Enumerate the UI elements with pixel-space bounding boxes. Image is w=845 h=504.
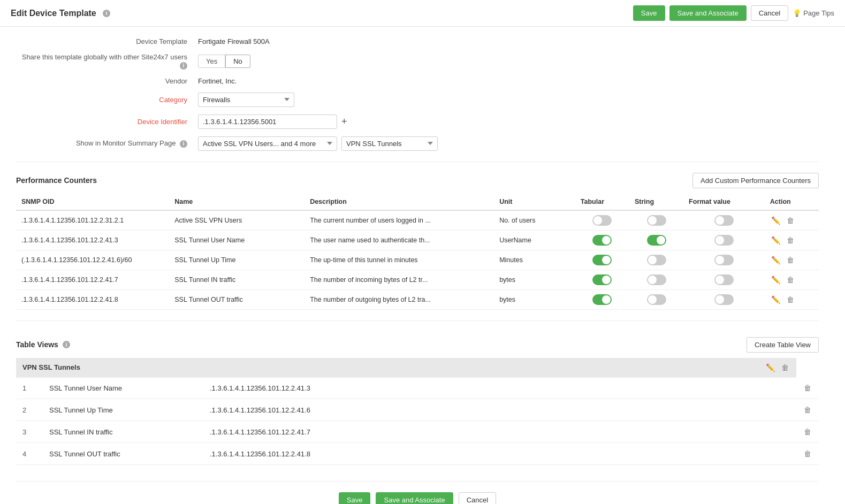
tabular-toggle-3[interactable] bbox=[592, 274, 612, 285]
perf-format-value bbox=[683, 210, 765, 231]
string-toggle-3[interactable] bbox=[647, 274, 666, 285]
string-toggle-0[interactable] bbox=[647, 215, 666, 226]
perf-name: SSL Tunnel IN traffic bbox=[169, 270, 304, 289]
format-toggle-4[interactable] bbox=[714, 294, 734, 305]
identifier-row: + bbox=[198, 114, 347, 129]
string-toggle-1[interactable] bbox=[647, 235, 666, 246]
perf-string bbox=[629, 250, 683, 270]
row-oid: .1.3.6.1.4.1.12356.101.12.2.41.3 bbox=[203, 377, 796, 399]
tabular-toggle-1[interactable] bbox=[592, 235, 612, 246]
table-views-group-header: VPN SSL Tunnels ✏️ 🗑 bbox=[16, 358, 819, 378]
format-toggle-3[interactable] bbox=[714, 274, 734, 285]
group-name: VPN SSL Tunnels bbox=[22, 363, 80, 371]
perf-name: SSL Tunnel OUT traffic bbox=[169, 289, 304, 309]
edit-icon[interactable]: ✏️ bbox=[770, 255, 781, 265]
lightbulb-icon: 💡 bbox=[793, 9, 801, 17]
bottom-cancel-button[interactable]: Cancel bbox=[459, 492, 496, 504]
delete-row-icon[interactable]: 🗑 bbox=[803, 426, 812, 437]
perf-title-group: Performance Counters bbox=[16, 176, 97, 185]
monitor-dropdowns: Active SSL VPN Users... and 4 more VPN S… bbox=[198, 136, 438, 151]
action-icons-1: ✏️ 🗑 bbox=[770, 235, 813, 246]
edit-icon[interactable]: ✏️ bbox=[770, 294, 781, 305]
perf-format-value bbox=[683, 289, 765, 309]
performance-counters-title: Performance Counters bbox=[16, 176, 97, 185]
share-yes-button[interactable]: Yes bbox=[198, 55, 225, 68]
add-custom-performance-counters-button[interactable]: Add Custom Performance Counters bbox=[692, 173, 819, 188]
delete-icon[interactable]: 🗑 bbox=[786, 255, 795, 265]
format-toggle-1[interactable] bbox=[714, 235, 734, 246]
cancel-button[interactable]: Cancel bbox=[751, 5, 788, 21]
row-name: SSL Tunnel IN traffic bbox=[43, 421, 203, 443]
perf-name: SSL Tunnel Up Time bbox=[169, 250, 304, 270]
perf-tabular bbox=[575, 210, 629, 231]
vendor-label: Vendor bbox=[16, 77, 198, 85]
monitor-summary-row: Show in Monitor Summary Page i Active SS… bbox=[16, 136, 819, 151]
share-info-icon[interactable]: i bbox=[180, 62, 187, 70]
share-no-button[interactable]: No bbox=[225, 55, 250, 68]
perf-snmp-oid: .1.3.6.1.4.1.12356.101.12.2.31.2.1 bbox=[16, 210, 169, 231]
vpn-header-row: VPN SSL Tunnels ✏️ 🗑 bbox=[22, 362, 790, 373]
col-header-string: String bbox=[629, 194, 683, 210]
category-select[interactable]: Firewalls bbox=[198, 93, 294, 107]
tabular-toggle-4[interactable] bbox=[592, 294, 612, 305]
table-row: (.1.3.6.1.4.1.12356.101.12.2.41.6)/60 SS… bbox=[16, 250, 819, 270]
string-toggle-2[interactable] bbox=[647, 255, 666, 265]
save-and-associate-button[interactable]: Save and Associate bbox=[669, 5, 747, 21]
monitor-summary-select1[interactable]: Active SSL VPN Users... and 4 more bbox=[198, 136, 337, 151]
tabular-toggle-0[interactable] bbox=[592, 215, 612, 226]
category-label: Category bbox=[16, 96, 198, 104]
table-views-info-icon[interactable]: i bbox=[63, 341, 70, 348]
row-action: 🗑 bbox=[796, 399, 819, 421]
delete-row-icon[interactable]: 🗑 bbox=[803, 383, 812, 393]
format-toggle-2[interactable] bbox=[714, 255, 734, 265]
edit-icon[interactable]: ✏️ bbox=[770, 235, 781, 246]
title-info-icon[interactable]: i bbox=[103, 10, 110, 17]
perf-unit: No. of users bbox=[494, 210, 575, 231]
add-identifier-icon[interactable]: + bbox=[341, 116, 347, 127]
delete-row-icon[interactable]: 🗑 bbox=[803, 404, 812, 415]
table-views-header: Table Views i Create Table View bbox=[16, 337, 819, 353]
delete-icon[interactable]: 🗑 bbox=[786, 235, 795, 246]
edit-icon[interactable]: ✏️ bbox=[770, 215, 781, 226]
delete-row-icon[interactable]: 🗑 bbox=[803, 448, 812, 459]
divider1 bbox=[16, 162, 819, 162]
bottom-bar: Save Save and Associate Cancel bbox=[16, 481, 819, 504]
col-header-action: Action bbox=[765, 194, 819, 210]
string-toggle-4[interactable] bbox=[647, 294, 666, 305]
monitor-summary-select2[interactable]: VPN SSL Tunnels bbox=[341, 136, 438, 151]
create-table-view-button[interactable]: Create Table View bbox=[747, 337, 819, 353]
monitor-summary-label: Show in Monitor Summary Page i bbox=[16, 139, 198, 148]
format-toggle-0[interactable] bbox=[714, 215, 734, 226]
row-action: 🗑 bbox=[796, 377, 819, 399]
main-content: Device Template Fortigate Firewall 500A … bbox=[0, 27, 835, 504]
tabular-toggle-2[interactable] bbox=[592, 255, 612, 265]
save-button[interactable]: Save bbox=[633, 5, 665, 21]
share-toggle-group: Yes No bbox=[198, 55, 250, 68]
action-icons-0: ✏️ 🗑 bbox=[770, 215, 813, 226]
device-template-row: Device Template Fortigate Firewall 500A bbox=[16, 37, 819, 45]
monitor-info-icon[interactable]: i bbox=[180, 140, 187, 148]
list-item: 2 SSL Tunnel Up Time .1.3.6.1.4.1.12356.… bbox=[16, 399, 819, 421]
perf-string bbox=[629, 230, 683, 250]
page-tips-button[interactable]: 💡 Page Tips bbox=[793, 9, 834, 17]
row-number: 1 bbox=[16, 377, 43, 399]
bottom-save-button[interactable]: Save bbox=[339, 492, 371, 504]
edit-group-icon[interactable]: ✏️ bbox=[765, 362, 776, 373]
delete-icon[interactable]: 🗑 bbox=[786, 215, 795, 226]
perf-action: ✏️ 🗑 bbox=[765, 230, 819, 250]
delete-group-icon[interactable]: 🗑 bbox=[780, 362, 790, 373]
perf-tabular bbox=[575, 250, 629, 270]
device-identifier-input[interactable] bbox=[198, 114, 337, 129]
delete-icon[interactable]: 🗑 bbox=[786, 274, 795, 285]
action-icons-2: ✏️ 🗑 bbox=[770, 255, 813, 265]
bottom-save-associate-button[interactable]: Save and Associate bbox=[376, 492, 453, 504]
perf-snmp-oid: (.1.3.6.1.4.1.12356.101.12.2.41.6)/60 bbox=[16, 250, 169, 270]
page-title: Edit Device Template bbox=[11, 9, 96, 18]
delete-icon[interactable]: 🗑 bbox=[786, 294, 795, 305]
table-views-title: Table Views bbox=[16, 340, 58, 349]
edit-icon[interactable]: ✏️ bbox=[770, 274, 781, 285]
perf-format-value bbox=[683, 230, 765, 250]
perf-snmp-oid: .1.3.6.1.4.1.12356.101.12.2.41.3 bbox=[16, 230, 169, 250]
perf-name: SSL Tunnel User Name bbox=[169, 230, 304, 250]
perf-description: The number of outgoing bytes of L2 tra..… bbox=[304, 289, 494, 309]
